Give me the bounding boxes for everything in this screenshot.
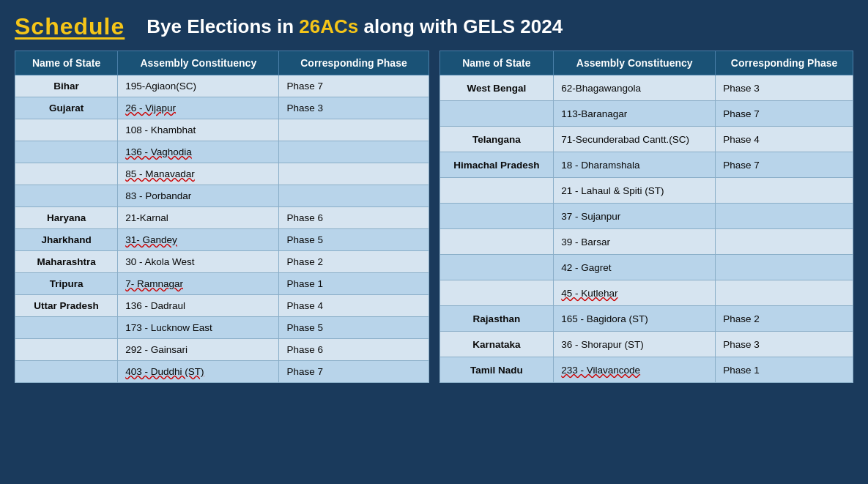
ac-cell: 113-Baranagar bbox=[554, 101, 716, 127]
tables-container: Name of State Assembly Constituency Corr… bbox=[15, 51, 853, 383]
phase-cell: Phase 7 bbox=[716, 152, 853, 178]
phase-cell bbox=[716, 255, 853, 280]
right-header-state: Name of State bbox=[439, 51, 554, 75]
table-row: 42 - Gagret bbox=[439, 255, 853, 280]
ac-cell: 165 - Bagidora (ST) bbox=[554, 306, 716, 332]
right-header-phase: Corresponding Phase bbox=[716, 51, 853, 75]
state-cell bbox=[439, 229, 554, 255]
phase-cell bbox=[279, 163, 429, 185]
state-cell bbox=[15, 163, 118, 185]
left-header-phase: Corresponding Phase bbox=[279, 51, 429, 75]
ac-cell: 36 - Shorapur (ST) bbox=[554, 332, 716, 357]
ac-cell: 42 - Gagret bbox=[554, 255, 716, 280]
state-cell bbox=[15, 361, 118, 383]
ac-cell: 45 - Kutlehar bbox=[554, 280, 716, 306]
table-row: Himachal Pradesh18 - DharamshalaPhase 7 bbox=[439, 152, 853, 178]
left-table-header-row: Name of State Assembly Constituency Corr… bbox=[15, 51, 429, 75]
ac-cell: 136 - Vaghodia bbox=[118, 141, 279, 163]
phase-cell: Phase 7 bbox=[716, 101, 853, 127]
ac-cell: 403 - Duddhi (ST) bbox=[118, 361, 279, 383]
phase-cell: Phase 6 bbox=[279, 339, 429, 361]
phase-cell bbox=[716, 178, 853, 204]
ac-cell: 233 - Vilavancode bbox=[554, 357, 716, 383]
ac-cell: 292 - Gainsari bbox=[118, 339, 279, 361]
table-row: 85 - Manavadar bbox=[15, 163, 429, 185]
ac-cell: 21-Karnal bbox=[118, 207, 279, 229]
ac-cell: 7- Ramnagar bbox=[118, 273, 279, 295]
phase-cell: Phase 5 bbox=[279, 317, 429, 339]
phase-cell: Phase 5 bbox=[279, 229, 429, 251]
table-row: 173 - Lucknow EastPhase 5 bbox=[15, 317, 429, 339]
subtitle-suffix: along with GELS 2024 bbox=[358, 15, 563, 37]
phase-cell: Phase 3 bbox=[716, 75, 853, 101]
table-row: 292 - GainsariPhase 6 bbox=[15, 339, 429, 361]
header: Schedule Bye Elections in 26ACs along wi… bbox=[15, 13, 853, 40]
table-row: Gujarat26 - VijapurPhase 3 bbox=[15, 97, 429, 119]
left-table: Name of State Assembly Constituency Corr… bbox=[15, 51, 429, 383]
state-cell: Bihar bbox=[15, 75, 118, 97]
state-cell bbox=[15, 141, 118, 163]
table-row: Telangana71-Secunderabad Cantt.(SC)Phase… bbox=[439, 127, 853, 152]
state-cell bbox=[439, 255, 554, 280]
state-cell: Maharashtra bbox=[15, 251, 118, 273]
right-header-ac: Assembly Constituency bbox=[554, 51, 716, 75]
state-cell: Tamil Nadu bbox=[439, 357, 554, 383]
ac-cell: 21 - Lahaul & Spiti (ST) bbox=[554, 178, 716, 204]
table-row: 108 - Khambhat bbox=[15, 119, 429, 141]
state-cell: Himachal Pradesh bbox=[439, 152, 554, 178]
state-cell bbox=[15, 339, 118, 361]
table-row: Jharkhand31- GandeyPhase 5 bbox=[15, 229, 429, 251]
table-row: 21 - Lahaul & Spiti (ST) bbox=[439, 178, 853, 204]
state-cell: Uttar Pradesh bbox=[15, 295, 118, 317]
ac-cell: 18 - Dharamshala bbox=[554, 152, 716, 178]
ac-cell: 83 - Porbandar bbox=[118, 185, 279, 207]
table-row: 83 - Porbandar bbox=[15, 185, 429, 207]
table-row: Uttar Pradesh136 - DadraulPhase 4 bbox=[15, 295, 429, 317]
state-cell: Karnataka bbox=[439, 332, 554, 357]
phase-cell: Phase 4 bbox=[279, 295, 429, 317]
subtitle: Bye Elections in 26ACs along with GELS 2… bbox=[146, 15, 563, 38]
table-row: West Bengal62-BhagawangolaPhase 3 bbox=[439, 75, 853, 101]
state-cell: Haryana bbox=[15, 207, 118, 229]
subtitle-highlight: 26ACs bbox=[299, 15, 358, 37]
ac-cell: 62-Bhagawangola bbox=[554, 75, 716, 101]
ac-cell: 39 - Barsar bbox=[554, 229, 716, 255]
table-row: Tamil Nadu233 - VilavancodePhase 1 bbox=[439, 357, 853, 383]
state-cell bbox=[15, 185, 118, 207]
state-cell: Gujarat bbox=[15, 97, 118, 119]
table-row: 45 - Kutlehar bbox=[439, 280, 853, 306]
ac-cell: 136 - Dadraul bbox=[118, 295, 279, 317]
left-header-ac: Assembly Constituency bbox=[118, 51, 279, 75]
state-cell: West Bengal bbox=[439, 75, 554, 101]
phase-cell bbox=[279, 141, 429, 163]
table-row: 113-BaranagarPhase 7 bbox=[439, 101, 853, 127]
phase-cell: Phase 2 bbox=[716, 306, 853, 332]
table-row: 39 - Barsar bbox=[439, 229, 853, 255]
phase-cell: Phase 2 bbox=[279, 251, 429, 273]
table-row: Tripura7- RamnagarPhase 1 bbox=[15, 273, 429, 295]
phase-cell bbox=[279, 185, 429, 207]
phase-cell: Phase 4 bbox=[716, 127, 853, 152]
table-row: Karnataka36 - Shorapur (ST)Phase 3 bbox=[439, 332, 853, 357]
state-cell bbox=[439, 204, 554, 229]
phase-cell bbox=[716, 229, 853, 255]
phase-cell bbox=[716, 280, 853, 306]
subtitle-prefix: Bye Elections in bbox=[146, 15, 299, 37]
schedule-title: Schedule bbox=[15, 13, 125, 40]
table-row: Bihar195-Agiaon(SC)Phase 7 bbox=[15, 75, 429, 97]
ac-cell: 108 - Khambhat bbox=[118, 119, 279, 141]
phase-cell: Phase 7 bbox=[279, 75, 429, 97]
state-cell: Telangana bbox=[439, 127, 554, 152]
state-cell bbox=[439, 101, 554, 127]
phase-cell: Phase 3 bbox=[279, 97, 429, 119]
state-cell: Tripura bbox=[15, 273, 118, 295]
ac-cell: 71-Secunderabad Cantt.(SC) bbox=[554, 127, 716, 152]
ac-cell: 37 - Sujanpur bbox=[554, 204, 716, 229]
table-row: 37 - Sujanpur bbox=[439, 204, 853, 229]
phase-cell: Phase 1 bbox=[279, 273, 429, 295]
ac-cell: 31- Gandey bbox=[118, 229, 279, 251]
table-row: Maharashtra30 - Akola WestPhase 2 bbox=[15, 251, 429, 273]
phase-cell bbox=[279, 119, 429, 141]
state-cell: Rajasthan bbox=[439, 306, 554, 332]
phase-cell: Phase 3 bbox=[716, 332, 853, 357]
